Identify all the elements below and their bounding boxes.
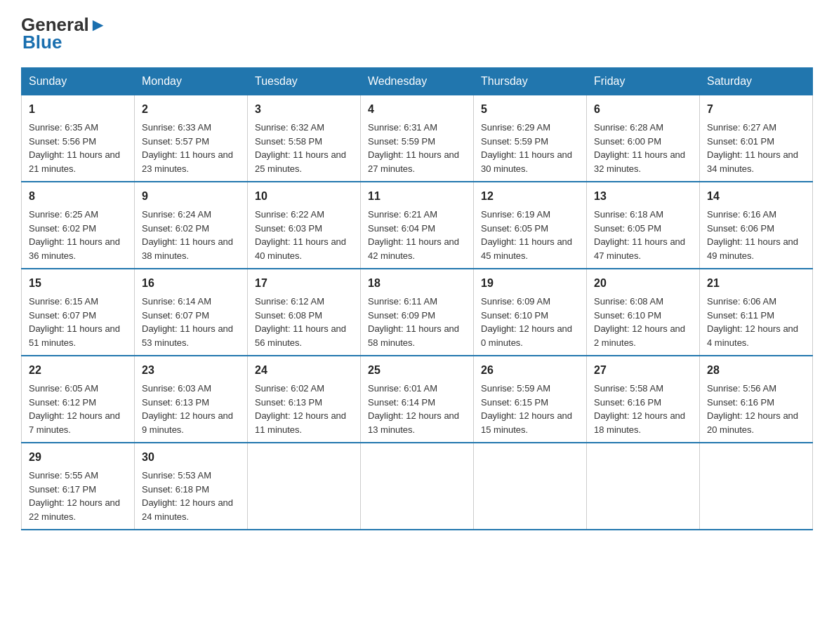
page-header: General► Blue <box>21 14 813 53</box>
day-info: Sunrise: 6:09 AMSunset: 6:10 PMDaylight:… <box>481 295 579 349</box>
calendar-cell: 9Sunrise: 6:24 AMSunset: 6:02 PMDaylight… <box>135 182 248 269</box>
calendar-week-row: 8Sunrise: 6:25 AMSunset: 6:02 PMDaylight… <box>22 182 813 269</box>
day-info: Sunrise: 6:27 AMSunset: 6:01 PMDaylight:… <box>707 121 805 175</box>
calendar-cell: 13Sunrise: 6:18 AMSunset: 6:05 PMDayligh… <box>587 182 700 269</box>
day-info: Sunrise: 5:56 AMSunset: 6:16 PMDaylight:… <box>707 382 805 436</box>
calendar-cell: 18Sunrise: 6:11 AMSunset: 6:09 PMDayligh… <box>361 269 474 356</box>
day-number: 25 <box>368 362 466 379</box>
calendar-cell <box>700 443 813 530</box>
calendar-week-row: 15Sunrise: 6:15 AMSunset: 6:07 PMDayligh… <box>22 269 813 356</box>
calendar-cell: 7Sunrise: 6:27 AMSunset: 6:01 PMDaylight… <box>700 95 813 182</box>
day-info: Sunrise: 6:12 AMSunset: 6:08 PMDaylight:… <box>255 295 353 349</box>
logo-blue-label: Blue <box>21 32 62 53</box>
day-info: Sunrise: 6:25 AMSunset: 6:02 PMDaylight:… <box>29 208 127 262</box>
calendar-cell: 10Sunrise: 6:22 AMSunset: 6:03 PMDayligh… <box>248 182 361 269</box>
calendar-cell: 15Sunrise: 6:15 AMSunset: 6:07 PMDayligh… <box>22 269 135 356</box>
day-number: 14 <box>707 188 805 205</box>
col-header-tuesday: Tuesday <box>248 68 361 95</box>
calendar-cell <box>361 443 474 530</box>
day-number: 13 <box>594 188 692 205</box>
calendar-cell: 23Sunrise: 6:03 AMSunset: 6:13 PMDayligh… <box>135 356 248 443</box>
calendar-cell: 14Sunrise: 6:16 AMSunset: 6:06 PMDayligh… <box>700 182 813 269</box>
calendar-cell: 28Sunrise: 5:56 AMSunset: 6:16 PMDayligh… <box>700 356 813 443</box>
day-info: Sunrise: 6:35 AMSunset: 5:56 PMDaylight:… <box>29 121 127 175</box>
calendar-table: SundayMondayTuesdayWednesdayThursdayFrid… <box>21 67 813 530</box>
day-number: 15 <box>29 275 127 292</box>
day-number: 10 <box>255 188 353 205</box>
day-number: 28 <box>707 362 805 379</box>
calendar-cell: 12Sunrise: 6:19 AMSunset: 6:05 PMDayligh… <box>474 182 587 269</box>
day-number: 29 <box>29 449 127 466</box>
calendar-week-row: 22Sunrise: 6:05 AMSunset: 6:12 PMDayligh… <box>22 356 813 443</box>
day-info: Sunrise: 6:14 AMSunset: 6:07 PMDaylight:… <box>142 295 240 349</box>
calendar-cell <box>248 443 361 530</box>
day-number: 4 <box>368 101 466 118</box>
day-number: 30 <box>142 449 240 466</box>
calendar-cell: 26Sunrise: 5:59 AMSunset: 6:15 PMDayligh… <box>474 356 587 443</box>
day-number: 11 <box>368 188 466 205</box>
day-number: 8 <box>29 188 127 205</box>
day-info: Sunrise: 6:31 AMSunset: 5:59 PMDaylight:… <box>368 121 466 175</box>
day-info: Sunrise: 6:01 AMSunset: 6:14 PMDaylight:… <box>368 382 466 436</box>
calendar-week-row: 29Sunrise: 5:55 AMSunset: 6:17 PMDayligh… <box>22 443 813 530</box>
day-number: 12 <box>481 188 579 205</box>
day-info: Sunrise: 6:08 AMSunset: 6:10 PMDaylight:… <box>594 295 692 349</box>
calendar-cell: 29Sunrise: 5:55 AMSunset: 6:17 PMDayligh… <box>22 443 135 530</box>
day-number: 18 <box>368 275 466 292</box>
calendar-cell: 25Sunrise: 6:01 AMSunset: 6:14 PMDayligh… <box>361 356 474 443</box>
day-number: 16 <box>142 275 240 292</box>
calendar-cell <box>474 443 587 530</box>
calendar-cell: 8Sunrise: 6:25 AMSunset: 6:02 PMDaylight… <box>22 182 135 269</box>
calendar-cell: 16Sunrise: 6:14 AMSunset: 6:07 PMDayligh… <box>135 269 248 356</box>
day-info: Sunrise: 6:15 AMSunset: 6:07 PMDaylight:… <box>29 295 127 349</box>
calendar-cell: 24Sunrise: 6:02 AMSunset: 6:13 PMDayligh… <box>248 356 361 443</box>
day-number: 20 <box>594 275 692 292</box>
day-info: Sunrise: 5:59 AMSunset: 6:15 PMDaylight:… <box>481 382 579 436</box>
day-info: Sunrise: 6:02 AMSunset: 6:13 PMDaylight:… <box>255 382 353 436</box>
day-number: 23 <box>142 362 240 379</box>
col-header-thursday: Thursday <box>474 68 587 95</box>
col-header-monday: Monday <box>135 68 248 95</box>
day-info: Sunrise: 6:21 AMSunset: 6:04 PMDaylight:… <box>368 208 466 262</box>
day-number: 17 <box>255 275 353 292</box>
day-info: Sunrise: 5:58 AMSunset: 6:16 PMDaylight:… <box>594 382 692 436</box>
col-header-friday: Friday <box>587 68 700 95</box>
calendar-cell: 21Sunrise: 6:06 AMSunset: 6:11 PMDayligh… <box>700 269 813 356</box>
day-number: 2 <box>142 101 240 118</box>
day-info: Sunrise: 6:32 AMSunset: 5:58 PMDaylight:… <box>255 121 353 175</box>
calendar-cell: 30Sunrise: 5:53 AMSunset: 6:18 PMDayligh… <box>135 443 248 530</box>
calendar-cell: 2Sunrise: 6:33 AMSunset: 5:57 PMDaylight… <box>135 95 248 182</box>
day-number: 24 <box>255 362 353 379</box>
day-info: Sunrise: 6:06 AMSunset: 6:11 PMDaylight:… <box>707 295 805 349</box>
day-number: 26 <box>481 362 579 379</box>
day-info: Sunrise: 6:18 AMSunset: 6:05 PMDaylight:… <box>594 208 692 262</box>
calendar-cell: 1Sunrise: 6:35 AMSunset: 5:56 PMDaylight… <box>22 95 135 182</box>
calendar-cell: 11Sunrise: 6:21 AMSunset: 6:04 PMDayligh… <box>361 182 474 269</box>
day-number: 6 <box>594 101 692 118</box>
day-info: Sunrise: 6:05 AMSunset: 6:12 PMDaylight:… <box>29 382 127 436</box>
calendar-cell: 5Sunrise: 6:29 AMSunset: 5:59 PMDaylight… <box>474 95 587 182</box>
day-info: Sunrise: 6:19 AMSunset: 6:05 PMDaylight:… <box>481 208 579 262</box>
day-number: 3 <box>255 101 353 118</box>
col-header-wednesday: Wednesday <box>361 68 474 95</box>
calendar-cell <box>587 443 700 530</box>
day-info: Sunrise: 6:24 AMSunset: 6:02 PMDaylight:… <box>142 208 240 262</box>
day-number: 21 <box>707 275 805 292</box>
day-number: 19 <box>481 275 579 292</box>
calendar-cell: 3Sunrise: 6:32 AMSunset: 5:58 PMDaylight… <box>248 95 361 182</box>
day-info: Sunrise: 6:16 AMSunset: 6:06 PMDaylight:… <box>707 208 805 262</box>
day-number: 9 <box>142 188 240 205</box>
logo-flag: ► <box>89 14 107 36</box>
day-info: Sunrise: 6:11 AMSunset: 6:09 PMDaylight:… <box>368 295 466 349</box>
day-info: Sunrise: 6:22 AMSunset: 6:03 PMDaylight:… <box>255 208 353 262</box>
col-header-saturday: Saturday <box>700 68 813 95</box>
day-info: Sunrise: 6:28 AMSunset: 6:00 PMDaylight:… <box>594 121 692 175</box>
calendar-cell: 20Sunrise: 6:08 AMSunset: 6:10 PMDayligh… <box>587 269 700 356</box>
day-info: Sunrise: 6:29 AMSunset: 5:59 PMDaylight:… <box>481 121 579 175</box>
day-info: Sunrise: 6:33 AMSunset: 5:57 PMDaylight:… <box>142 121 240 175</box>
day-number: 7 <box>707 101 805 118</box>
day-number: 27 <box>594 362 692 379</box>
day-info: Sunrise: 6:03 AMSunset: 6:13 PMDaylight:… <box>142 382 240 436</box>
calendar-cell: 4Sunrise: 6:31 AMSunset: 5:59 PMDaylight… <box>361 95 474 182</box>
day-info: Sunrise: 5:55 AMSunset: 6:17 PMDaylight:… <box>29 469 127 523</box>
